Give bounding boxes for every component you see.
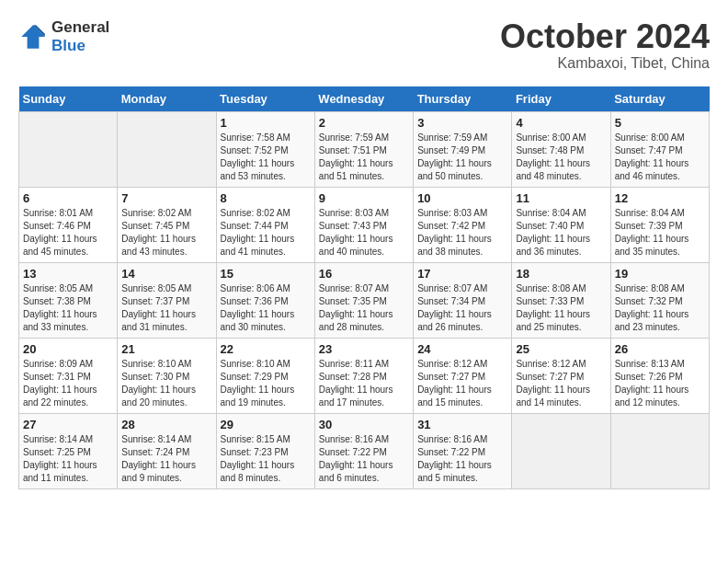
calendar-cell: 13Sunrise: 8:05 AM Sunset: 7:38 PM Dayli… [19,262,118,338]
day-info: Sunrise: 8:07 AM Sunset: 7:34 PM Dayligh… [417,282,507,334]
calendar-table: SundayMondayTuesdayWednesdayThursdayFrid… [18,86,710,489]
weekday-header: Wednesday [314,86,413,112]
calendar-cell: 26Sunrise: 8:13 AM Sunset: 7:26 PM Dayli… [610,338,709,413]
day-info: Sunrise: 8:11 AM Sunset: 7:28 PM Dayligh… [319,358,409,409]
day-info: Sunrise: 8:08 AM Sunset: 7:32 PM Dayligh… [615,282,705,334]
day-info: Sunrise: 8:10 AM Sunset: 7:30 PM Dayligh… [121,358,211,409]
day-number: 1 [221,116,311,130]
page-header: General Blue October 2024 Kambaxoi, Tibe… [18,18,710,72]
calendar-cell: 11Sunrise: 8:04 AM Sunset: 7:40 PM Dayli… [512,187,610,262]
calendar-cell: 18Sunrise: 8:08 AM Sunset: 7:33 PM Dayli… [512,262,610,338]
calendar-cell: 1Sunrise: 7:58 AM Sunset: 7:52 PM Daylig… [216,111,314,187]
calendar-cell: 8Sunrise: 8:02 AM Sunset: 7:44 PM Daylig… [216,187,314,262]
day-number: 3 [417,116,507,130]
weekday-header: Thursday [414,86,512,112]
location: Kambaxoi, Tibet, China [500,55,710,72]
day-info: Sunrise: 8:13 AM Sunset: 7:26 PM Dayligh… [615,358,705,409]
day-number: 23 [319,342,409,356]
day-info: Sunrise: 7:59 AM Sunset: 7:49 PM Dayligh… [417,132,507,183]
weekday-header: Saturday [610,86,709,112]
day-info: Sunrise: 8:07 AM Sunset: 7:35 PM Dayligh… [319,282,409,334]
day-number: 12 [615,191,705,205]
day-number: 21 [121,342,211,356]
calendar-cell: 20Sunrise: 8:09 AM Sunset: 7:31 PM Dayli… [19,338,118,413]
calendar-cell: 30Sunrise: 8:16 AM Sunset: 7:22 PM Dayli… [314,413,413,488]
day-number: 29 [221,418,311,431]
day-number: 27 [23,418,113,431]
day-number: 20 [23,342,113,356]
day-info: Sunrise: 8:15 AM Sunset: 7:23 PM Dayligh… [221,433,311,485]
calendar-cell: 24Sunrise: 8:12 AM Sunset: 7:27 PM Dayli… [414,338,512,413]
day-info: Sunrise: 8:08 AM Sunset: 7:33 PM Dayligh… [516,282,606,334]
title-block: October 2024 Kambaxoi, Tibet, China [500,18,710,72]
day-number: 14 [121,267,211,281]
logo: General Blue [18,18,109,55]
day-number: 30 [319,418,409,431]
day-info: Sunrise: 8:03 AM Sunset: 7:42 PM Dayligh… [417,207,507,259]
day-info: Sunrise: 8:14 AM Sunset: 7:25 PM Dayligh… [23,433,113,485]
calendar-cell: 6Sunrise: 8:01 AM Sunset: 7:46 PM Daylig… [19,187,118,262]
calendar-cell: 31Sunrise: 8:16 AM Sunset: 7:22 PM Dayli… [414,413,512,488]
day-info: Sunrise: 7:58 AM Sunset: 7:52 PM Dayligh… [221,132,311,183]
day-info: Sunrise: 8:05 AM Sunset: 7:38 PM Dayligh… [23,282,113,334]
calendar-cell: 16Sunrise: 8:07 AM Sunset: 7:35 PM Dayli… [314,262,413,338]
calendar-week-row: 1Sunrise: 7:58 AM Sunset: 7:52 PM Daylig… [19,111,710,187]
calendar-cell: 10Sunrise: 8:03 AM Sunset: 7:42 PM Dayli… [414,187,512,262]
day-number: 13 [23,267,113,281]
day-info: Sunrise: 8:12 AM Sunset: 7:27 PM Dayligh… [516,358,606,409]
calendar-cell: 15Sunrise: 8:06 AM Sunset: 7:36 PM Dayli… [216,262,314,338]
svg-marker-0 [21,25,45,49]
day-info: Sunrise: 8:12 AM Sunset: 7:27 PM Dayligh… [417,358,507,409]
calendar-cell: 7Sunrise: 8:02 AM Sunset: 7:45 PM Daylig… [118,187,216,262]
day-number: 22 [221,342,311,356]
day-number: 10 [417,191,507,205]
day-number: 16 [319,267,409,281]
calendar-cell: 5Sunrise: 8:00 AM Sunset: 7:47 PM Daylig… [610,111,709,187]
day-info: Sunrise: 8:04 AM Sunset: 7:39 PM Dayligh… [615,207,705,259]
day-info: Sunrise: 8:02 AM Sunset: 7:44 PM Dayligh… [221,207,311,259]
day-info: Sunrise: 8:04 AM Sunset: 7:40 PM Dayligh… [516,207,606,259]
calendar-cell: 9Sunrise: 8:03 AM Sunset: 7:43 PM Daylig… [314,187,413,262]
logo-text: General Blue [51,18,109,55]
calendar-week-row: 13Sunrise: 8:05 AM Sunset: 7:38 PM Dayli… [19,262,710,338]
weekday-header: Friday [512,86,610,112]
calendar-week-row: 27Sunrise: 8:14 AM Sunset: 7:25 PM Dayli… [19,413,710,488]
weekday-header: Tuesday [216,86,314,112]
calendar-cell: 21Sunrise: 8:10 AM Sunset: 7:30 PM Dayli… [118,338,216,413]
day-number: 2 [319,116,409,130]
calendar-cell: 29Sunrise: 8:15 AM Sunset: 7:23 PM Dayli… [216,413,314,488]
calendar-week-row: 6Sunrise: 8:01 AM Sunset: 7:46 PM Daylig… [19,187,710,262]
calendar-cell: 19Sunrise: 8:08 AM Sunset: 7:32 PM Dayli… [610,262,709,338]
day-number: 24 [417,342,507,356]
day-number: 6 [23,191,113,205]
calendar-cell [118,111,216,187]
day-number: 31 [417,418,507,431]
calendar-cell: 22Sunrise: 8:10 AM Sunset: 7:29 PM Dayli… [216,338,314,413]
calendar-header: SundayMondayTuesdayWednesdayThursdayFrid… [19,86,710,112]
day-number: 18 [516,267,606,281]
calendar-cell: 12Sunrise: 8:04 AM Sunset: 7:39 PM Dayli… [610,187,709,262]
calendar-body: 1Sunrise: 7:58 AM Sunset: 7:52 PM Daylig… [19,111,710,488]
calendar-cell: 25Sunrise: 8:12 AM Sunset: 7:27 PM Dayli… [512,338,610,413]
day-info: Sunrise: 8:03 AM Sunset: 7:43 PM Dayligh… [319,207,409,259]
day-info: Sunrise: 8:09 AM Sunset: 7:31 PM Dayligh… [23,358,113,409]
day-info: Sunrise: 8:05 AM Sunset: 7:37 PM Dayligh… [121,282,211,334]
day-number: 26 [615,342,705,356]
day-number: 9 [319,191,409,205]
day-info: Sunrise: 8:02 AM Sunset: 7:45 PM Dayligh… [121,207,211,259]
weekday-header: Sunday [19,86,118,112]
day-info: Sunrise: 8:06 AM Sunset: 7:36 PM Dayligh… [221,282,311,334]
day-info: Sunrise: 8:10 AM Sunset: 7:29 PM Dayligh… [221,358,311,409]
calendar-cell: 2Sunrise: 7:59 AM Sunset: 7:51 PM Daylig… [314,111,413,187]
day-number: 5 [615,116,705,130]
day-info: Sunrise: 8:00 AM Sunset: 7:47 PM Dayligh… [615,132,705,183]
calendar-cell: 4Sunrise: 8:00 AM Sunset: 7:48 PM Daylig… [512,111,610,187]
calendar-cell: 17Sunrise: 8:07 AM Sunset: 7:34 PM Dayli… [414,262,512,338]
day-number: 17 [417,267,507,281]
day-info: Sunrise: 7:59 AM Sunset: 7:51 PM Dayligh… [319,132,409,183]
weekday-header: Monday [118,86,216,112]
calendar-cell: 3Sunrise: 7:59 AM Sunset: 7:49 PM Daylig… [414,111,512,187]
day-number: 19 [615,267,705,281]
day-info: Sunrise: 8:16 AM Sunset: 7:22 PM Dayligh… [319,433,409,485]
logo-icon [18,22,48,52]
